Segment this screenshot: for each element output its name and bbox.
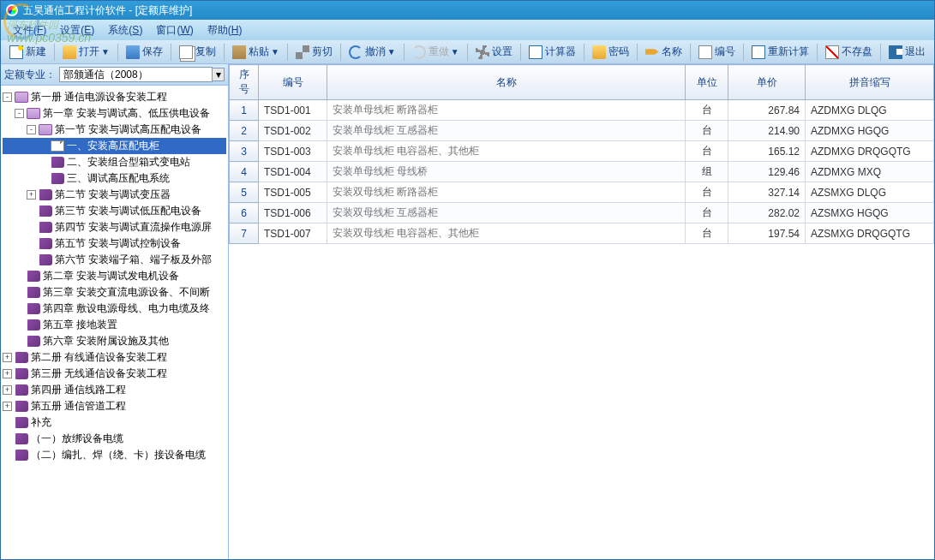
tree-node[interactable]: 第二章 安装与调试发电机设备 <box>3 268 226 284</box>
tree-node[interactable]: -第一节 安装与调试高压配电设备 <box>3 122 226 138</box>
tree-node[interactable]: 三、调试高压配电系统 <box>3 170 226 187</box>
cell-name[interactable]: 安装双母线柜 电容器柜、其他柜 <box>327 223 686 244</box>
tree-view[interactable]: -第一册 通信电源设备安装工程-第一章 安装与调试高、低压供电设备-第一节 安装… <box>1 86 228 560</box>
cell-code[interactable]: TSD1-002 <box>259 121 327 141</box>
tree-node[interactable]: 第三节 安装与调试低压配电设备 <box>3 203 226 219</box>
cell-pinyin[interactable]: AZDMXG HGQG <box>806 121 934 141</box>
nosave-button[interactable]: 不存盘 <box>820 43 878 61</box>
tree-node[interactable]: 二、安装组合型箱式变电站 <box>3 154 226 170</box>
tree-toggle[interactable]: - <box>27 125 36 134</box>
menu-s[interactable]: 系统(S) <box>101 21 149 40</box>
table-row[interactable]: 3TSD1-003安装单母线柜 电容器柜、其他柜台165.12AZDMXG DR… <box>230 141 934 162</box>
paste-button[interactable]: 粘贴▼ <box>227 43 285 61</box>
data-grid[interactable]: 序号 编号 名称 单位 单价 拼音缩写 1TSD1-001安装单母线柜 断路器柜… <box>229 64 934 244</box>
cell-code[interactable]: TSD1-004 <box>259 162 327 182</box>
cell-unit[interactable]: 组 <box>686 162 728 182</box>
tree-toggle[interactable]: + <box>3 369 12 378</box>
tree-node[interactable]: （一）放绑设备电缆 <box>3 431 226 447</box>
recalc-button[interactable]: 重新计算 <box>746 43 814 61</box>
undo-button[interactable]: 撤消▼ <box>344 43 401 61</box>
col-name[interactable]: 名称 <box>327 65 686 100</box>
name-button[interactable]: 名称 <box>640 43 687 61</box>
cell-unit[interactable]: 台 <box>686 203 728 223</box>
tree-node[interactable]: 第六章 安装附属设施及其他 <box>3 333 226 349</box>
cell-name[interactable]: 安装单母线柜 电容器柜、其他柜 <box>327 141 686 162</box>
cell-unit[interactable]: 台 <box>686 223 728 244</box>
tree-toggle[interactable]: + <box>3 385 12 395</box>
cell-price[interactable]: 327.14 <box>728 182 806 203</box>
menu-f[interactable]: 文件(F) <box>6 21 53 40</box>
table-row[interactable]: 2TSD1-002安装单母线柜 互感器柜台214.90AZDMXG HGQG <box>230 121 934 141</box>
tree-node[interactable]: 第四章 敷设电源母线、电力电缆及终 <box>3 301 226 317</box>
tree-node[interactable]: -第一册 通信电源设备安装工程 <box>3 89 226 105</box>
menu-w[interactable]: 窗口(W) <box>149 21 200 40</box>
tree-node[interactable]: 一、安装高压配电柜 <box>3 138 226 154</box>
cell-unit[interactable]: 台 <box>686 121 728 141</box>
tree-toggle[interactable]: + <box>3 353 12 362</box>
cell-unit[interactable]: 台 <box>686 182 728 203</box>
tree-node[interactable]: -第一章 安装与调试高、低压供电设备 <box>3 105 226 122</box>
cell-price[interactable]: 197.54 <box>728 223 806 244</box>
settings-button[interactable]: 设置 <box>470 43 518 61</box>
cell-pinyin[interactable]: AZDMXG DRQGQTG <box>806 141 934 162</box>
table-row[interactable]: 4TSD1-004安装单母线柜 母线桥组129.46AZDMXG MXQ <box>230 162 934 182</box>
tree-node[interactable]: +第二节 安装与调试变压器 <box>3 187 226 203</box>
cell-unit[interactable]: 台 <box>686 100 728 121</box>
cell-code[interactable]: TSD1-006 <box>259 203 327 223</box>
tree-node[interactable]: +第四册 通信线路工程 <box>3 382 226 398</box>
menu-h[interactable]: 帮助(H) <box>201 21 249 40</box>
filter-combobox[interactable] <box>59 67 213 82</box>
tree-node[interactable]: 第三章 安装交直流电源设备、不间断 <box>3 284 226 301</box>
table-row[interactable]: 1TSD1-001安装单母线柜 断路器柜台267.84AZDMXG DLQG <box>230 100 934 121</box>
tree-toggle[interactable]: - <box>15 109 24 118</box>
calculator-button[interactable]: 计算器 <box>524 43 581 61</box>
tree-toggle[interactable]: + <box>3 402 12 411</box>
col-price[interactable]: 单价 <box>728 65 806 100</box>
cell-price[interactable]: 282.02 <box>728 203 806 223</box>
col-unit[interactable]: 单位 <box>686 65 728 100</box>
table-row[interactable]: 5TSD1-005安装双母线柜 断路器柜台327.14AZSMXG DLQG <box>230 182 934 203</box>
cell-name[interactable]: 安装单母线柜 母线桥 <box>327 162 686 182</box>
cell-pinyin[interactable]: AZSMXG DRQGQTG <box>806 223 934 244</box>
tree-node[interactable]: +第二册 有线通信设备安装工程 <box>3 349 226 366</box>
chevron-down-icon[interactable]: ▾ <box>213 68 225 81</box>
cell-price[interactable]: 214.90 <box>728 121 806 141</box>
cell-pinyin[interactable]: AZDMXG DLQG <box>806 100 934 121</box>
cell-code[interactable]: TSD1-005 <box>259 182 327 203</box>
exit-button[interactable]: 退出 <box>884 43 931 61</box>
table-row[interactable]: 7TSD1-007安装双母线柜 电容器柜、其他柜台197.54AZSMXG DR… <box>230 223 934 244</box>
cell-code[interactable]: TSD1-007 <box>259 223 327 244</box>
tree-node[interactable]: +第五册 通信管道工程 <box>3 398 226 414</box>
cell-code[interactable]: TSD1-003 <box>259 141 327 162</box>
tree-node[interactable]: +第三册 无线通信设备安装工程 <box>3 366 226 382</box>
open-button[interactable]: 打开▼ <box>57 43 115 61</box>
cell-code[interactable]: TSD1-001 <box>259 100 327 121</box>
tree-toggle[interactable]: + <box>27 190 36 200</box>
col-pinyin[interactable]: 拼音缩写 <box>806 65 934 100</box>
tree-node[interactable]: 第五章 接地装置 <box>3 317 226 333</box>
col-code[interactable]: 编号 <box>259 65 327 100</box>
cell-name[interactable]: 安装单母线柜 互感器柜 <box>327 121 686 141</box>
cut-button[interactable]: 剪切 <box>291 43 338 61</box>
copy-button[interactable]: 复制 <box>174 43 221 61</box>
menu-e[interactable]: 设置(E) <box>53 21 101 40</box>
tree-node[interactable]: （二）编扎、焊（绕、卡）接设备电缆 <box>3 447 226 463</box>
number-button[interactable]: 编号 <box>693 43 740 61</box>
tree-node[interactable]: 第六节 安装端子箱、端子板及外部 <box>3 252 226 268</box>
save-button[interactable]: 保存 <box>121 43 168 61</box>
tree-node[interactable]: 第五节 安装与调试控制设备 <box>3 235 226 252</box>
redo-button[interactable]: 重做▼ <box>407 43 465 61</box>
cell-unit[interactable]: 台 <box>686 141 728 162</box>
tree-node[interactable]: 补充 <box>3 414 226 431</box>
tree-toggle[interactable]: - <box>3 92 12 102</box>
cell-name[interactable]: 安装单母线柜 断路器柜 <box>327 100 686 121</box>
tree-node[interactable]: 第四节 安装与调试直流操作电源屏 <box>3 219 226 235</box>
cell-price[interactable]: 129.46 <box>728 162 806 182</box>
table-row[interactable]: 6TSD1-006安装双母线柜 互感器柜台282.02AZSMXG HGQG <box>230 203 934 223</box>
cell-price[interactable]: 267.84 <box>728 100 806 121</box>
new-button[interactable]: 新建 <box>4 43 51 61</box>
cell-pinyin[interactable]: AZSMXG HGQG <box>806 203 934 223</box>
cell-pinyin[interactable]: AZSMXG DLQG <box>806 182 934 203</box>
cell-price[interactable]: 165.12 <box>728 141 806 162</box>
password-button[interactable]: 密码 <box>587 43 634 61</box>
